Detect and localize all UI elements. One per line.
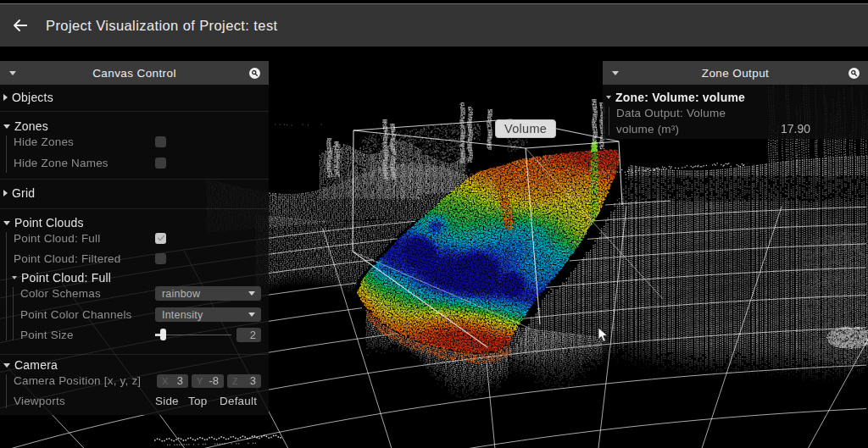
hide-zones-checkbox[interactable] [155,136,166,147]
point-size-label: Point Size [20,329,74,341]
row-hide-zones: Hide Zones [0,131,269,152]
slider-handle[interactable] [160,329,166,340]
zone-output-panel: Zone Output Zone: Volume: volume Data Ou… [603,61,868,139]
camera-z-input[interactable]: Z 3 [227,374,261,388]
viewport-default-button[interactable]: Default [220,395,257,407]
search-icon[interactable] [249,68,260,79]
section-objects-label: Objects [12,91,53,104]
cursor-arrow-shape [598,328,608,341]
row-hide-zone-names: Hide Zone Names [0,152,269,173]
check-mark-shape [158,236,164,241]
search-icon[interactable] [849,68,860,79]
viewport-top-button[interactable]: Top [188,395,207,407]
mouse-cursor [598,327,609,343]
point-cloud-full-label: Point Cloud: Full [14,232,100,245]
zone-box-label-text: Volume [504,122,547,136]
volume-metric-label: volume (m³) [616,123,679,136]
point-cloud-filtered-checkbox[interactable] [155,253,166,264]
camera-z-value: 3 [250,374,256,387]
divider [0,208,269,209]
x-prefix: X [162,376,168,386]
camera-y-input[interactable]: Y -8 [192,374,224,388]
viewports-label: Viewports [14,395,65,407]
canvas-control-panel: Canvas Control Objects Zones Hide Zones [0,61,269,415]
canvas-control-body: Objects Zones Hide Zones Hide Zone Names [0,85,269,415]
color-schemas-dropdown[interactable]: rainbow [155,286,261,301]
point-cloud-full-checkbox[interactable] [155,233,166,244]
back-button[interactable] [10,16,29,35]
caret-down-icon [3,363,10,368]
section-grid[interactable]: Grid [0,183,269,203]
color-schemas-value: rainbow [162,288,200,300]
page-title: Project Visualization of Project: test [46,18,278,34]
divider [0,179,269,180]
y-prefix: Y [197,376,203,386]
point-cloud-filtered-label: Point Cloud: Filtered [14,252,121,265]
point-size-value[interactable]: 2 [236,328,261,342]
slider-track [155,335,231,336]
zone-box-label: Volume [495,119,556,138]
row-point-cloud-full: Point Cloud: Full [0,228,269,248]
volume-metric-row: volume (m³) 17.90 [603,119,868,139]
section-objects[interactable]: Objects [0,87,269,108]
caret-down-icon [12,276,17,279]
canvas-control-title: Canvas Control [0,61,269,85]
point-size-slider[interactable] [155,324,231,345]
point-color-channels-value: Intensity [162,309,203,321]
caret-right-icon [3,190,8,196]
point-color-channels-dropdown[interactable]: Intensity [155,307,261,322]
z-prefix: Z [232,376,238,386]
canvas-control-header[interactable]: Canvas Control [0,61,269,85]
data-output-label: Data Output: Volume [616,107,726,119]
hide-zone-names-checkbox[interactable] [155,158,166,169]
row-point-cloud-filtered: Point Cloud: Filtered [0,248,269,268]
point-color-channels-label: Point Color Channels [20,308,132,321]
divider [0,111,269,112]
app-bar: Project Visualization of Project: test [0,4,868,47]
row-point-size: Point Size 2 [0,324,269,345]
color-schemas-label: Color Schemas [20,287,101,300]
viewport-side-button[interactable]: Side [155,395,179,407]
caret-down-icon [3,221,10,225]
section-grid-label: Grid [12,186,35,200]
hide-zone-names-label: Hide Zone Names [14,157,108,169]
check-icon [157,234,165,242]
row-camera-position: Camera Position [x, y, z] X 3 Y -8 Z 3 [0,370,269,390]
camera-y-value: -8 [209,374,219,387]
volume-metric-value: 17.90 [781,122,810,136]
caret-down-icon [248,291,255,296]
row-point-color-channels: Point Color Channels Intensity [0,304,269,324]
caret-down-icon [3,124,10,129]
row-color-schemas: Color Schemas rainbow [0,283,269,303]
search-icon-circle [249,68,260,79]
arrow-left-shape [14,20,27,30]
hide-zones-label: Hide Zones [14,136,74,148]
caret-down-icon [606,96,611,99]
caret-right-icon [3,94,8,101]
camera-x-input[interactable]: X 3 [157,374,188,388]
row-viewports: Viewports Side Top Default [0,390,269,411]
search-icon-circle [849,68,860,79]
zone-output-title: Zone Output [603,61,868,85]
project-visualization-screen: Volume Project Visualization of Project:… [0,0,868,448]
camera-position-label: Camera Position [x, y, z] [14,374,141,387]
zone-output-header[interactable]: Zone Output [603,61,868,85]
caret-down-icon [248,312,255,317]
camera-x-value: 3 [177,374,183,387]
zone-output-body: Zone: Volume: volume Data Output: Volume… [603,85,868,139]
arrow-left-icon [13,19,27,31]
